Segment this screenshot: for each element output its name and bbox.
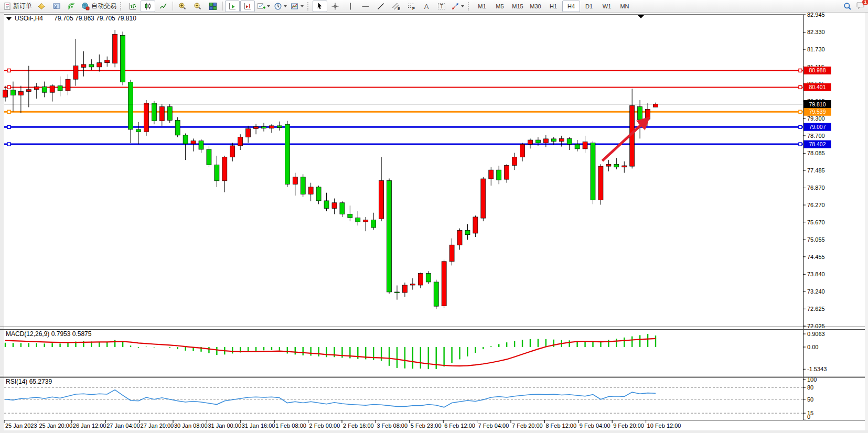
zoom-out-icon — [194, 2, 202, 10]
candle-body — [410, 284, 415, 285]
candle-body — [121, 35, 125, 82]
window-left-border — [0, 13, 3, 433]
timeframe-m5-button[interactable]: M5 — [491, 1, 509, 12]
new-order-button[interactable]: 新订单 — [2, 1, 34, 12]
zoom-in-button[interactable] — [175, 1, 190, 12]
candle-body — [535, 140, 540, 143]
candle-body — [246, 128, 251, 137]
candlestick-chart-button[interactable] — [141, 1, 155, 12]
timeframe-m15-button[interactable]: M15 — [509, 1, 527, 12]
line-handle[interactable] — [7, 69, 10, 72]
candle-body — [520, 144, 525, 157]
line-chart-button[interactable] — [156, 1, 170, 12]
indicators-button[interactable] — [255, 1, 272, 12]
shapes-button[interactable] — [449, 1, 466, 12]
candle-body — [457, 231, 462, 245]
price-badge-label: 79.007 — [809, 124, 826, 130]
data-window-button[interactable] — [49, 1, 64, 12]
candle-body — [434, 282, 438, 306]
candle-body — [622, 166, 627, 167]
candle-body — [42, 86, 47, 92]
chart-shift-button[interactable] — [240, 1, 255, 12]
candle-body — [254, 127, 259, 129]
candle-body — [646, 109, 650, 119]
candle-body — [238, 137, 243, 146]
time-tick-label: 25 Jan 20:00 — [39, 423, 72, 429]
dropdown-caret-icon — [301, 5, 304, 9]
price-tick-label: 82.330 — [807, 29, 825, 35]
vertical-line-button[interactable] — [343, 1, 358, 12]
line-handle[interactable] — [7, 143, 10, 146]
timeframe-w1-button[interactable]: W1 — [598, 1, 616, 12]
candle-body — [183, 135, 188, 144]
candle-body — [356, 218, 360, 222]
line-handle[interactable] — [799, 85, 802, 89]
line-handle[interactable] — [799, 110, 802, 113]
macd-label: MACD(12,26,9) 0.7953 0.5875 — [6, 330, 92, 338]
bar-chart-button[interactable] — [125, 1, 140, 12]
price-tick-label: 78.085 — [807, 150, 825, 156]
template-icon — [291, 2, 299, 10]
trendline-button[interactable] — [373, 1, 388, 12]
timeframe-m1-button[interactable]: M1 — [473, 1, 491, 12]
line-handle[interactable] — [7, 125, 10, 128]
auto-scroll-button[interactable] — [225, 1, 240, 12]
timeframe-m30-button[interactable]: M30 — [527, 1, 544, 12]
candle-body — [175, 121, 180, 135]
toolbar-grip — [468, 2, 471, 10]
search-icon[interactable] — [843, 2, 852, 10]
templates-button[interactable] — [289, 1, 305, 12]
candle-body — [418, 274, 423, 285]
text-label-button[interactable]: T — [434, 1, 449, 12]
timeframe-mn-button[interactable]: MN — [616, 1, 634, 12]
fibonacci-button[interactable]: F — [404, 1, 419, 12]
price-tick-label: 72.625 — [807, 306, 825, 312]
indicators-icon — [257, 2, 265, 10]
period-clock-button[interactable] — [272, 1, 288, 12]
candle-body — [465, 231, 470, 235]
line-handle[interactable] — [799, 125, 802, 128]
line-handle[interactable] — [799, 143, 802, 146]
time-tick-label: 7 Feb 20:00 — [512, 423, 543, 429]
notifications-button[interactable]: 1 — [856, 1, 865, 12]
line-handle[interactable] — [799, 69, 802, 72]
text-label-icon: T — [437, 2, 446, 10]
time-tick-label: 2 Feb 00:00 — [309, 423, 340, 429]
candle-body — [371, 220, 376, 228]
text-button[interactable]: A — [419, 1, 434, 12]
channel-glyph: E — [398, 6, 400, 10]
line-chart-icon — [159, 2, 167, 10]
candle-body — [144, 103, 148, 132]
cursor-button[interactable] — [313, 1, 327, 12]
horizontal-line-button[interactable] — [358, 1, 373, 12]
candle-body — [512, 157, 517, 166]
timeframe-h1-button[interactable]: H1 — [544, 1, 562, 12]
candle-body — [653, 104, 658, 107]
zoom-out-button[interactable] — [190, 1, 205, 12]
crosshair-button[interactable] — [328, 1, 342, 12]
arrows-icon — [451, 2, 459, 10]
tile-windows-button[interactable] — [206, 1, 220, 12]
market-watch-button[interactable] — [34, 1, 49, 12]
market-watch-icon — [37, 2, 46, 10]
candle-body — [152, 103, 156, 121]
main-toolbar: 新订单 自动交易 — [0, 0, 868, 13]
line-handle[interactable] — [7, 85, 10, 89]
candle-body — [606, 164, 611, 166]
macd-tick-label: -1.5343 — [807, 366, 827, 372]
time-tick-label: 2 Feb 16:00 — [343, 423, 374, 429]
candle-body — [497, 170, 501, 180]
candle-body — [324, 201, 329, 209]
timeframe-h4-button[interactable]: H4 — [562, 1, 580, 12]
price-tick-label: 73.240 — [807, 288, 825, 295]
algo-trading-button[interactable]: 自动交易 — [80, 1, 118, 12]
candle-body — [308, 187, 313, 194]
signals-button[interactable] — [65, 1, 79, 12]
timeframe-d1-button[interactable]: D1 — [580, 1, 598, 12]
candle-body — [262, 127, 266, 128]
time-tick-label: 10 Feb 12:00 — [647, 423, 681, 429]
equidistant-channel-button[interactable]: E — [389, 1, 403, 12]
timeframe-group: M1M5M15M30H1H4D1W1MN — [473, 1, 634, 12]
line-handle[interactable] — [7, 110, 10, 113]
candle-body — [559, 138, 564, 141]
